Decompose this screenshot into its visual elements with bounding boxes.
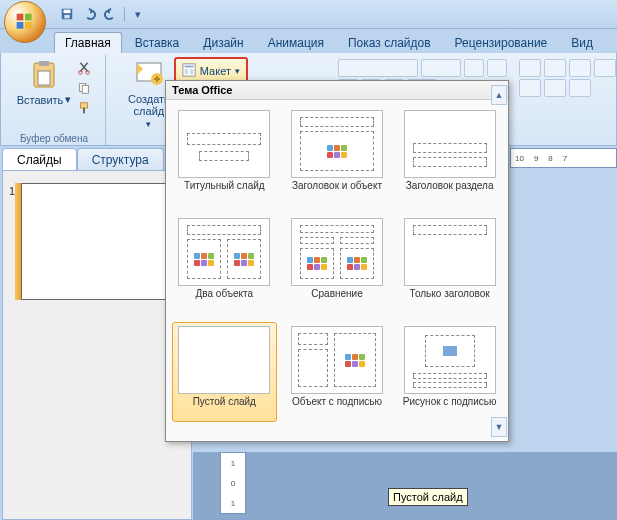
svg-rect-13 — [83, 85, 89, 93]
layout-thumb — [291, 110, 383, 178]
ribbon-tab-home[interactable]: Главная — [54, 32, 122, 53]
office-button[interactable] — [4, 1, 46, 43]
gallery-scroll[interactable]: Титульный слайдЗаголовок и объектЗаголов… — [166, 100, 508, 441]
layout-caption: Пустой слайд — [193, 396, 256, 418]
svg-rect-14 — [81, 103, 88, 108]
layout-icon — [182, 63, 196, 79]
svg-rect-3 — [25, 22, 32, 29]
layout-caption: Заголовок и объект — [292, 180, 382, 202]
layout-option[interactable]: Заголовок и объект — [285, 106, 390, 206]
slide-thumbnail-item[interactable]: 1 — [21, 183, 185, 300]
cut-icon[interactable] — [75, 59, 93, 77]
svg-rect-15 — [83, 108, 85, 113]
side-panel-tabs: Слайды Структура — [2, 148, 164, 171]
ribbon-tab-review[interactable]: Рецензирование — [444, 32, 559, 53]
group-clipboard: Вставить ▾ Буфер обмена — [3, 55, 106, 145]
layout-thumb — [404, 218, 496, 286]
svg-rect-20 — [184, 69, 188, 74]
svg-rect-9 — [38, 71, 50, 85]
layout-caption: Объект с подписью — [292, 396, 382, 418]
slide-canvas-area — [193, 452, 617, 520]
ribbon-tab-slideshow[interactable]: Показ слайдов — [337, 32, 442, 53]
ribbon-tab-insert[interactable]: Вставка — [124, 32, 191, 53]
save-icon[interactable] — [58, 5, 76, 23]
layout-thumb — [178, 110, 270, 178]
layout-option[interactable]: Только заголовок — [397, 214, 502, 314]
ribbon-tab-design[interactable]: Дизайн — [192, 32, 254, 53]
undo-icon[interactable] — [80, 5, 98, 23]
gallery-scroll-up[interactable]: ▲ — [491, 85, 507, 105]
title-bar: ▾ — [0, 0, 617, 29]
layout-thumb — [404, 326, 496, 394]
layout-thumb — [178, 218, 270, 286]
layout-caption: Только заголовок — [410, 288, 490, 310]
svg-rect-1 — [25, 14, 32, 21]
gallery-title: Тема Office — [166, 81, 508, 100]
clipboard-icon — [28, 59, 60, 91]
new-slide-icon — [133, 59, 165, 91]
layout-option[interactable]: Сравнение — [285, 214, 390, 314]
svg-rect-2 — [17, 22, 24, 29]
layout-caption: Титульный слайд — [184, 180, 265, 202]
svg-rect-0 — [17, 14, 24, 21]
gallery-scroll-down[interactable]: ▼ — [491, 417, 507, 437]
layout-gallery: Тема Office Титульный слайдЗаголовок и о… — [165, 80, 509, 442]
office-logo-icon — [15, 12, 35, 32]
paste-button[interactable]: Вставить ▾ — [15, 57, 74, 117]
slide-thumbnail — [21, 183, 178, 300]
horizontal-ruler: 10987 — [510, 148, 617, 168]
layout-option[interactable]: Заголовок раздела — [397, 106, 502, 206]
layout-caption: Сравнение — [311, 288, 362, 310]
svg-rect-8 — [39, 61, 49, 66]
vertical-ruler: 101 — [220, 452, 246, 514]
layout-option[interactable]: Рисунок с подписью — [397, 322, 502, 422]
redo-icon[interactable] — [102, 5, 120, 23]
layout-thumb — [291, 218, 383, 286]
quick-access-toolbar: ▾ — [58, 5, 147, 23]
layout-option[interactable]: Пустой слайд — [172, 322, 277, 422]
tab-slides[interactable]: Слайды — [2, 148, 77, 171]
qat-customize-icon[interactable]: ▾ — [129, 5, 147, 23]
slides-thumbnail-panel: 1 — [2, 170, 192, 520]
layout-thumb — [404, 110, 496, 178]
svg-rect-19 — [184, 66, 193, 68]
layout-option[interactable]: Титульный слайд — [172, 106, 277, 206]
svg-rect-5 — [64, 10, 71, 14]
ribbon-tab-bar: Главная Вставка Дизайн Анимация Показ сл… — [0, 29, 617, 53]
qat-separator — [124, 7, 125, 21]
copy-icon[interactable] — [75, 79, 93, 97]
layout-option[interactable]: Объект с подписью — [285, 322, 390, 422]
layout-caption: Два объекта — [196, 288, 254, 310]
tab-outline[interactable]: Структура — [77, 148, 164, 171]
layout-caption: Заголовок раздела — [406, 180, 494, 202]
svg-rect-21 — [190, 69, 194, 74]
group-clipboard-label: Буфер обмена — [3, 133, 105, 144]
layout-thumb — [291, 326, 383, 394]
format-painter-icon[interactable] — [75, 99, 93, 117]
layout-thumb — [178, 326, 270, 394]
ribbon-tab-view[interactable]: Вид — [560, 32, 604, 53]
layout-caption: Рисунок с подписью — [403, 396, 497, 418]
ribbon-tab-animation[interactable]: Анимация — [257, 32, 335, 53]
layout-option[interactable]: Два объекта — [172, 214, 277, 314]
svg-rect-6 — [64, 15, 69, 19]
